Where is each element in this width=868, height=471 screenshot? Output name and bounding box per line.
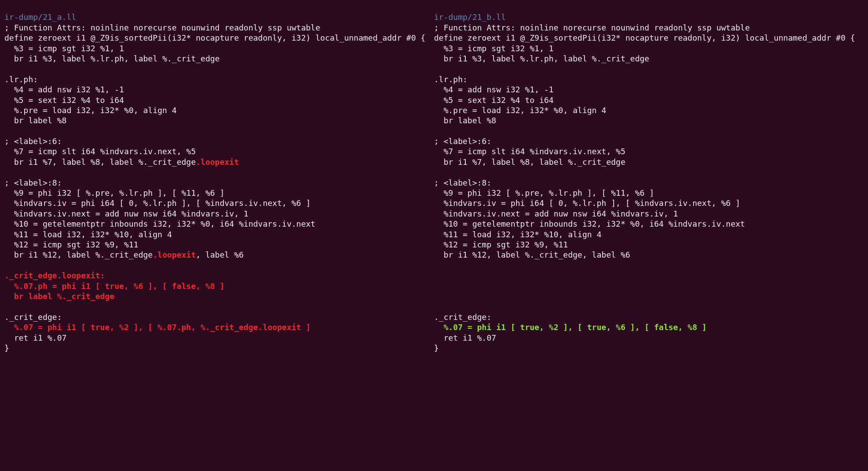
code-text: ._crit_edge: [434,312,491,322]
code-line: %10 = getelementptr inbounds i32, i32* %… [4,219,430,229]
code-text: br i1 %3, label %.lr.ph, label %._crit_e… [4,54,220,63]
code-text: %4 = add nsw i32 %1, -1 [4,85,124,94]
code-line: %7 = icmp slt i64 %indvars.iv.next, %5 [434,146,859,156]
code-line [434,270,859,281]
code-text: %10 = getelementptr inbounds i32, i32* %… [4,219,315,228]
diff-added-text: ] [697,323,707,332]
code-line: %10 = getelementptr inbounds i32, i32* %… [434,219,859,229]
code-line: %.pre = load i32, i32* %0, align 4 [4,105,430,115]
diff-removed-text: br label %._crit_edge [4,292,114,301]
code-text: br i1 %12, label %._crit_edge [4,250,153,259]
code-line: %.pre = load i32, i32* %0, align 4 [434,105,859,115]
code-text: %12 = icmp sgt i32 %9, %11 [4,240,138,249]
code-line: br i1 %3, label %.lr.ph, label %._crit_e… [434,53,859,64]
code-text: br label %8 [434,116,496,125]
code-line: ._crit_edge: [4,312,430,322]
left-code: ; Function Attrs: noinline norecurse nou… [4,23,430,353]
code-text: %3 = icmp sgt i32 %1, 1 [4,44,124,53]
code-text: ; <label>:6: [434,137,491,146]
code-line [434,64,859,74]
code-text: %.pre = load i32, i32* %0, align 4 [4,106,177,115]
code-line: ret i1 %.07 [434,333,859,343]
code-line [4,126,430,136]
diff-removed-text: .loopexit [196,157,239,167]
code-line: %4 = add nsw i32 %1, -1 [434,84,859,95]
code-text: , label %6 [196,250,244,259]
code-text: .lr.ph: [434,75,468,84]
code-line: %11 = load i32, i32* %10, align 4 [434,229,859,239]
code-line: %4 = add nsw i32 %1, -1 [4,84,430,95]
code-text: %9 = phi i32 [ %.pre, %.lr.ph ], [ %11, … [4,188,225,198]
code-line: br i1 %12, label %._crit_edge.loopexit, … [4,250,430,260]
code-line: %indvars.iv = phi i64 [ 0, %.lr.ph ], [ … [4,198,430,208]
code-text: ; <label>:8: [4,178,62,187]
code-line: %11 = load i32, i32* %10, align 4 [4,229,430,239]
code-line: ; Function Attrs: noinline norecurse nou… [4,23,430,33]
code-text: ; <label>:6: [4,137,62,146]
code-text: %indvars.iv = phi i64 [ 0, %.lr.ph ], [ … [434,198,740,208]
code-text: br i1 %7, label %8, label %._crit_edge [4,157,196,167]
code-text: %12 = icmp sgt i32 %9, %11 [434,240,568,249]
diff-removed-text: ] [301,323,311,332]
code-text: ; <label>:8: [434,178,491,187]
code-line: } [4,343,430,353]
code-line: define zeroext i1 @_Z9is_sortedPii(i32* … [434,33,859,43]
code-line: %indvars.iv.next = add nuw nsw i64 %indv… [434,209,859,219]
right-pane: ir-dump/21_b.ll; Function Attrs: noinlin… [434,2,864,353]
code-line: %5 = sext i32 %4 to i64 [4,95,430,105]
code-text: br label %8 [4,116,67,125]
diff-removed-text: ._crit_edge.loopexit: [4,271,105,280]
code-text: %indvars.iv = phi i64 [ 0, %.lr.ph ], [ … [4,198,311,208]
code-text: .lr.ph: [4,75,38,84]
code-line: br i1 %3, label %.lr.ph, label %._crit_e… [4,53,430,64]
code-text: %3 = icmp sgt i32 %1, 1 [434,44,554,53]
code-line [434,291,859,301]
code-line: %12 = icmp sgt i32 %9, %11 [434,239,859,250]
code-line: ._crit_edge.loopexit: [4,270,430,281]
code-text: %7 = icmp slt i64 %indvars.iv.next, %5 [4,147,196,156]
code-text: define zeroext i1 @_Z9is_sortedPii(i32* … [4,33,426,42]
code-text: %9 = phi i32 [ %.pre, %.lr.ph ], [ %11, … [434,188,654,198]
code-text: br i1 %3, label %.lr.ph, label %._crit_e… [434,54,649,63]
code-line: ._crit_edge: [434,312,859,322]
code-text: ret i1 %.07 [4,333,67,342]
code-text: %7 = icmp slt i64 %indvars.iv.next, %5 [434,147,625,156]
code-line: %12 = icmp sgt i32 %9, %11 [4,239,430,250]
diff-added-text: %.07 = phi i1 [ true, %2 ], [ [434,323,587,332]
code-text: } [4,343,9,353]
code-line: ; Function Attrs: noinline norecurse nou… [434,23,859,33]
diff-removed-text: %.07 = phi i1 [ true, %2 ], [ [4,323,158,332]
code-text: %11 = load i32, i32* %10, align 4 [4,230,172,239]
code-text: %5 = sext i32 %4 to i64 [434,95,554,105]
code-text: %10 = getelementptr inbounds i32, i32* %… [434,219,745,228]
code-line: .lr.ph: [434,74,859,84]
code-line: %7 = icmp slt i64 %indvars.iv.next, %5 [4,146,430,156]
code-text: %11 = load i32, i32* %10, align 4 [434,230,601,239]
diff-removed-text: %.07.ph = phi i1 [ true, %6 ], [ false, … [4,281,225,291]
code-line: %5 = sext i32 %4 to i64 [434,95,859,105]
code-line [4,260,430,270]
code-line: br i1 %7, label %8, label %._crit_edge.l… [4,157,430,167]
diff-removed-text: %.07.ph, %._crit_edge.loopexit [158,323,301,332]
code-line: %.07 = phi i1 [ true, %2 ], [ %.07.ph, %… [4,322,430,332]
code-line [4,64,430,74]
code-line: ; <label>:8: [4,178,430,188]
code-line [434,260,859,270]
code-line: %3 = icmp sgt i32 %1, 1 [434,43,859,53]
code-line: .lr.ph: [4,74,430,84]
code-line: br label %._crit_edge [4,291,430,301]
code-line [434,301,859,311]
right-filename: ir-dump/21_b.ll [434,12,859,22]
code-text: br i1 %7, label %8, label %._crit_edge [434,157,625,167]
code-line: %.07 = phi i1 [ true, %2 ], [ true, %6 ]… [434,322,859,332]
code-line: %3 = icmp sgt i32 %1, 1 [4,43,430,53]
code-text: ; Function Attrs: noinline norecurse nou… [4,23,320,32]
code-line: %indvars.iv = phi i64 [ 0, %.lr.ph ], [ … [434,198,859,208]
code-line: } [434,343,859,353]
right-code: ; Function Attrs: noinline norecurse nou… [434,23,859,353]
code-line: ret i1 %.07 [4,333,430,343]
code-line: ; <label>:6: [4,136,430,146]
code-line: br label %8 [434,115,859,125]
diff-added-text: true, %6 ], [ false, %8 [587,323,697,332]
code-line: ; <label>:6: [434,136,859,146]
